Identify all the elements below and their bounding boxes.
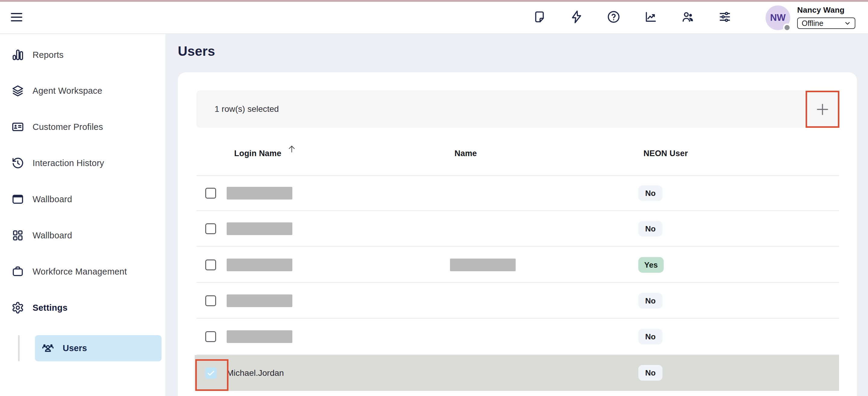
redacted-login-name: [227, 222, 292, 235]
quick-actions-icon[interactable]: [569, 10, 584, 24]
topbar: NW Nancy Wang Offline: [0, 0, 868, 34]
sidebar-item-wallboard-2[interactable]: Wallboard: [0, 226, 165, 244]
redacted-name: [450, 258, 516, 271]
sidebar-item-wallboard[interactable]: Wallboard: [0, 190, 165, 208]
chevron-down-icon: [844, 20, 851, 27]
neon-user-badge: Yes: [638, 257, 664, 273]
column-header-name[interactable]: Name: [455, 149, 477, 158]
plus-icon: [814, 101, 831, 118]
preferences-icon[interactable]: [718, 10, 732, 24]
dashboard-grid-icon: [11, 229, 24, 242]
row-checkbox-checked[interactable]: [205, 367, 217, 379]
user-info: Nancy Wang Offline: [797, 5, 858, 29]
analytics-icon[interactable]: [644, 10, 658, 24]
avatar[interactable]: NW: [766, 5, 790, 30]
add-user-button[interactable]: [806, 91, 839, 128]
table-row: No: [196, 175, 839, 211]
id-card-icon: [11, 121, 24, 133]
page-title: Users: [178, 44, 215, 59]
sidebar-item-interaction-history[interactable]: Interaction History: [0, 154, 165, 172]
table-row: No: [196, 211, 839, 246]
sidebar-item-workforce-management[interactable]: Workforce Management: [0, 263, 165, 281]
neon-user-badge: No: [638, 293, 662, 309]
row-checkbox[interactable]: [205, 223, 216, 234]
subnav-indent-line: [18, 335, 20, 361]
table-row: Yes: [196, 247, 839, 283]
redacted-login-name: [227, 295, 292, 307]
status-select-value: Offline: [802, 19, 824, 28]
neon-user-badge: No: [638, 365, 662, 380]
redacted-login-name: [227, 187, 292, 200]
table-row: No: [196, 283, 839, 318]
topbar-actions: [532, 10, 732, 24]
sidebar-item-customer-profiles[interactable]: Customer Profiles: [0, 118, 165, 136]
bar-chart-icon: [11, 49, 24, 61]
contacts-icon[interactable]: [681, 10, 695, 24]
neon-user-badge: No: [638, 221, 662, 237]
column-header-neon-user[interactable]: NEON User: [644, 149, 688, 158]
gear-icon: [11, 301, 24, 314]
user-name: Nancy Wang: [797, 5, 858, 15]
main-content: Users 1 row(s) selected Login Name Name …: [166, 34, 868, 396]
sidebar-item-agent-workspace[interactable]: Agent Workspace: [0, 82, 165, 100]
window-icon: [11, 193, 24, 206]
users-card: 1 row(s) selected Login Name Name NEON U…: [178, 72, 857, 396]
selection-bar: 1 row(s) selected: [196, 90, 839, 128]
neon-user-badge: No: [638, 329, 662, 344]
selection-count-text: 1 row(s) selected: [215, 90, 279, 128]
layers-icon: [11, 84, 24, 97]
row-checkbox[interactable]: [205, 260, 216, 270]
history-icon: [11, 157, 24, 170]
row-checkbox[interactable]: [205, 331, 216, 342]
neon-user-badge: No: [638, 185, 662, 201]
redacted-login-name: [227, 258, 292, 271]
avatar-initials: NW: [770, 12, 786, 23]
top-accent-line: [0, 0, 868, 2]
status-select[interactable]: Offline: [797, 18, 855, 29]
user-group-icon: [41, 342, 54, 355]
redacted-login-name: [227, 330, 292, 343]
status-dot: [783, 24, 791, 32]
sort-ascending-icon[interactable]: [287, 144, 297, 154]
help-icon[interactable]: [607, 10, 621, 24]
notes-icon[interactable]: [532, 10, 547, 24]
row-checkbox[interactable]: [205, 188, 216, 199]
sidebar-item-settings[interactable]: Settings: [0, 299, 165, 317]
briefcase-icon: [11, 265, 24, 278]
sidebar-subitem-users[interactable]: Users: [35, 335, 161, 361]
sidebar-item-reports[interactable]: Reports: [0, 46, 165, 64]
menu-icon[interactable]: [11, 13, 23, 22]
row-checkbox[interactable]: [205, 295, 216, 306]
app-window: NW Nancy Wang Offline Reports Agent Work…: [0, 0, 868, 396]
column-header-login-name[interactable]: Login Name: [234, 149, 281, 158]
table-row: No: [196, 319, 839, 355]
table-row-selected: Michael.Jordan No: [195, 355, 839, 391]
login-name-cell: Michael.Jordan: [227, 355, 284, 391]
sidebar: Reports Agent Workspace Customer Profile…: [0, 34, 166, 396]
